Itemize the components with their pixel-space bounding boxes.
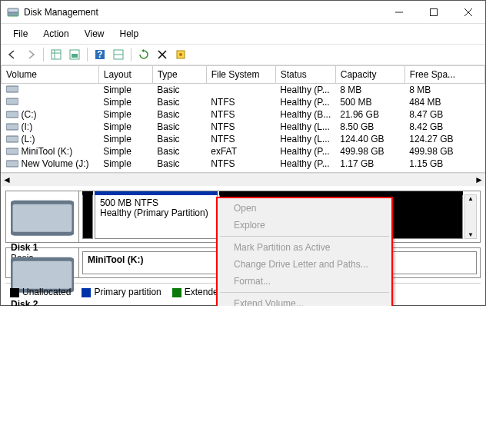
minimize-button[interactable] — [381, 1, 416, 24]
col-capacity[interactable]: Capacity — [335, 66, 404, 84]
col-status[interactable]: Status — [275, 66, 335, 84]
close-button[interactable] — [451, 1, 485, 24]
view-graphical-button[interactable] — [66, 46, 83, 63]
svg-point-18 — [179, 53, 182, 56]
titlebar: Disk Management — [1, 1, 485, 24]
menu-mark-active[interactable]: Mark Partition as Active — [218, 239, 391, 256]
svg-rect-25 — [6, 161, 18, 167]
app-icon — [7, 6, 19, 18]
toolbar-separator — [131, 48, 131, 61]
refresh-button[interactable] — [135, 46, 152, 63]
scroll-left-icon[interactable]: ◄ — [2, 174, 12, 185]
svg-rect-21 — [6, 111, 18, 118]
svg-rect-10 — [72, 54, 78, 58]
col-type[interactable]: Type — [152, 66, 206, 84]
scroll-right-icon[interactable]: ► — [474, 174, 484, 185]
horizontal-scrollbar[interactable]: ◄ ► — [1, 173, 485, 186]
volume-row[interactable]: SimpleBasicHealthy (P...8 MB8 MB — [2, 84, 485, 97]
disk-1-partition-hidden-1[interactable] — [82, 194, 93, 239]
svg-rect-3 — [430, 8, 437, 15]
col-volume[interactable]: Volume — [2, 66, 99, 84]
svg-rect-20 — [6, 98, 18, 105]
volume-row[interactable]: SimpleBasicNTFSHealthy (P...500 MB484 MB — [2, 96, 485, 108]
maximize-button[interactable] — [416, 1, 451, 24]
volume-row[interactable]: MiniTool (K:)SimpleBasicexFATHealthy (P.… — [2, 145, 485, 158]
col-free[interactable]: Free Spa... — [404, 66, 484, 84]
menu-file[interactable]: File — [5, 25, 35, 42]
svg-rect-22 — [6, 124, 18, 130]
menubar: File Action View Help — [1, 24, 485, 44]
volume-row[interactable]: New Volume (J:)SimpleBasicNTFSHealthy (P… — [2, 158, 485, 170]
volume-list[interactable]: Volume Layout Type File System Status Ca… — [1, 65, 485, 173]
disk-1-partition-500mb[interactable]: 500 MB NTFS Healthy (Primary Partition) — [95, 194, 218, 239]
menu-view[interactable]: View — [77, 25, 112, 42]
menu-separator — [220, 236, 389, 237]
volume-row[interactable]: (C:)SimpleBasicNTFSHealthy (B...21.96 GB… — [2, 108, 485, 121]
toolbar: ? — [1, 44, 485, 65]
disk-2-info[interactable]: Disk 2 Basic — [6, 248, 79, 277]
svg-rect-19 — [6, 86, 18, 92]
svg-rect-24 — [6, 148, 18, 154]
help-button[interactable]: ? — [92, 46, 108, 63]
window-title: Disk Management — [24, 7, 381, 18]
col-filesystem[interactable]: File System — [206, 66, 275, 84]
menu-separator — [220, 292, 389, 293]
svg-text:?: ? — [97, 49, 102, 60]
menu-explore[interactable]: Explore — [218, 217, 391, 234]
forward-button[interactable] — [22, 46, 39, 63]
disk-2-name: Disk 2 — [11, 299, 74, 307]
svg-rect-23 — [6, 136, 18, 142]
legend-unallocated: Unallocated — [10, 287, 71, 297]
disk-management-window: Disk Management File Action View Help ? — [0, 0, 486, 306]
partition-status-label: Healthy (Primary Partition) — [100, 208, 212, 218]
menu-action[interactable]: Action — [35, 25, 76, 42]
legend-primary: Primary partition — [82, 287, 161, 297]
menu-help[interactable]: Help — [112, 25, 147, 42]
svg-rect-6 — [52, 50, 61, 59]
menu-format[interactable]: Format... — [218, 273, 391, 290]
menu-extend-volume[interactable]: Extend Volume... — [218, 295, 391, 306]
svg-rect-1 — [8, 8, 18, 12]
settings-button[interactable] — [110, 46, 127, 63]
partition-size-label: 500 MB NTFS — [100, 198, 212, 208]
menu-change-letter[interactable]: Change Drive Letter and Paths... — [218, 256, 391, 273]
volume-row[interactable]: (I:)SimpleBasicNTFSHealthy (L...8.50 GB8… — [2, 121, 485, 133]
properties-button[interactable] — [172, 46, 189, 63]
back-button[interactable] — [4, 46, 21, 63]
svg-rect-27 — [11, 202, 74, 234]
col-layout[interactable]: Layout — [98, 66, 152, 84]
volume-row[interactable]: (L:)SimpleBasicNTFSHealthy (L...124.40 G… — [2, 133, 485, 145]
delete-button[interactable] — [154, 46, 171, 63]
disk-graphical-pane: Disk 1 Basic 500.00 GB Online 500 MB NTF… — [1, 186, 485, 305]
disk-icon — [11, 194, 74, 242]
toolbar-separator — [87, 48, 88, 61]
vertical-scrollbar[interactable]: ▲▼ — [464, 194, 477, 239]
context-menu: Open Explore Mark Partition as Active Ch… — [216, 197, 393, 306]
menu-open[interactable]: Open — [218, 200, 391, 217]
view-list-button[interactable] — [48, 46, 65, 63]
toolbar-separator — [43, 48, 44, 61]
disk-1-info[interactable]: Disk 1 Basic 500.00 GB Online — [6, 191, 79, 242]
